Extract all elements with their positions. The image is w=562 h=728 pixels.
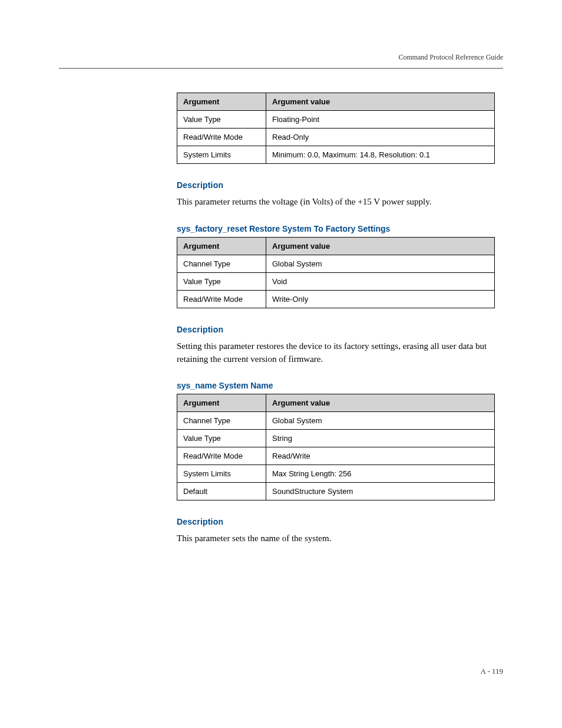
- table-header-row: Argument Argument value: [177, 237, 495, 255]
- table-row: Channel Type Global System: [177, 412, 495, 430]
- table-header-cell: Argument: [177, 394, 266, 412]
- table-cell-value: Write-Only: [266, 290, 495, 308]
- description-heading: Description: [177, 325, 495, 334]
- table-header-cell: Argument value: [266, 237, 495, 255]
- table-row: Value Type Void: [177, 272, 495, 290]
- description-heading: Description: [177, 517, 495, 526]
- page: Command Protocol Reference Guide Argumen…: [0, 0, 562, 728]
- table-cell-value: Read-Only: [266, 129, 495, 146]
- table-cell-value: SoundStructure System: [266, 483, 495, 500]
- param-table-2: Argument Argument value Channel Type Glo…: [177, 237, 495, 308]
- section-heading-factory-reset: sys_factory_reset Restore System To Fact…: [177, 224, 495, 233]
- table-cell-label: Value Type: [177, 430, 266, 447]
- table-cell-value: Read/Write: [266, 447, 495, 465]
- table-row: Channel Type Global System: [177, 255, 495, 272]
- table-cell-value: Global System: [266, 412, 495, 430]
- table-row: Default SoundStructure System: [177, 483, 495, 500]
- table-header-cell: Argument: [177, 237, 266, 255]
- table-cell-value: Floating-Point: [266, 111, 495, 129]
- table-cell-label: System Limits: [177, 146, 266, 164]
- table-row: System Limits Max String Length: 256: [177, 465, 495, 483]
- table-row: Read/Write Mode Read/Write: [177, 447, 495, 465]
- table-row: Value Type Floating-Point: [177, 111, 495, 129]
- table-cell-value: Minimum: 0.0, Maximum: 14.8, Resolution:…: [266, 146, 495, 164]
- header-title: Command Protocol Reference Guide: [398, 53, 503, 61]
- table-cell-value: Global System: [266, 255, 495, 272]
- description-text: This parameter returns the voltage (in V…: [177, 196, 495, 209]
- table-cell-value: Void: [266, 272, 495, 290]
- table-header-row: Argument Argument value: [177, 394, 495, 412]
- table-cell-value: Max String Length: 256: [266, 465, 495, 483]
- page-number: A - 119: [480, 667, 503, 676]
- section-heading-sys-name: sys_name System Name: [177, 381, 495, 390]
- table-row: Read/Write Mode Read-Only: [177, 129, 495, 146]
- description-text: Setting this parameter restores the devi…: [177, 340, 495, 366]
- description-text: This parameter sets the name of the syst…: [177, 532, 495, 545]
- table-row: Value Type String: [177, 430, 495, 447]
- table-cell-label: Value Type: [177, 272, 266, 290]
- table-header-cell: Argument: [177, 93, 266, 111]
- table-row: Read/Write Mode Write-Only: [177, 290, 495, 308]
- param-table-1: Argument Argument value Value Type Float…: [177, 93, 495, 164]
- table-header-row: Argument Argument value: [177, 93, 495, 111]
- description-heading: Description: [177, 180, 495, 190]
- content-column: Argument Argument value Value Type Float…: [177, 93, 495, 545]
- table-cell-label: Read/Write Mode: [177, 290, 266, 308]
- table-cell-label: Channel Type: [177, 255, 266, 272]
- param-table-3: Argument Argument value Channel Type Glo…: [177, 394, 495, 500]
- table-cell-label: Default: [177, 483, 266, 500]
- table-row: System Limits Minimum: 0.0, Maximum: 14.…: [177, 146, 495, 164]
- table-header-cell: Argument value: [266, 394, 495, 412]
- header-rule: [59, 68, 503, 69]
- table-cell-label: Read/Write Mode: [177, 129, 266, 146]
- table-cell-label: Channel Type: [177, 412, 266, 430]
- table-cell-label: Read/Write Mode: [177, 447, 266, 465]
- table-cell-label: Value Type: [177, 111, 266, 129]
- table-cell-value: String: [266, 430, 495, 447]
- table-cell-label: System Limits: [177, 465, 266, 483]
- page-header: Command Protocol Reference Guide: [59, 53, 503, 68]
- table-header-cell: Argument value: [266, 93, 495, 111]
